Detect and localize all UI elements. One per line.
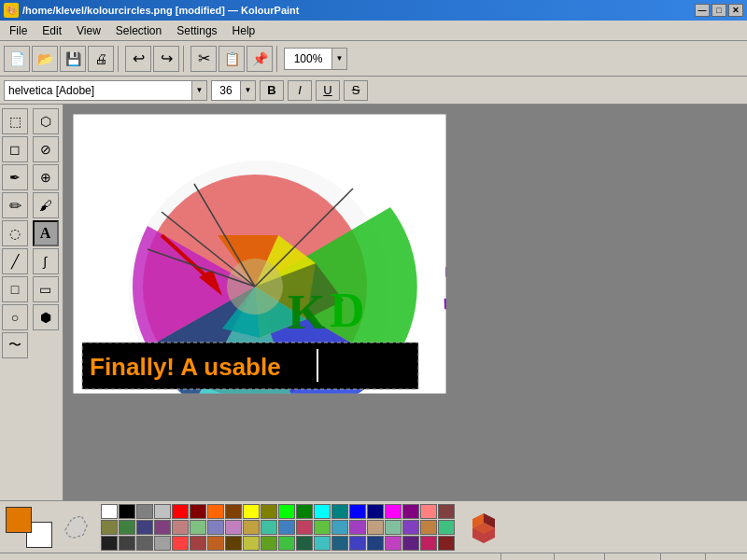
menu-view[interactable]: View [69, 22, 108, 39]
color-darkred[interactable] [190, 504, 206, 519]
print-button[interactable]: 🖨 [88, 46, 114, 72]
color-lime[interactable] [278, 504, 295, 519]
color-s39[interactable] [243, 536, 260, 551]
minimize-button[interactable]: — [695, 4, 710, 17]
color-white[interactable] [101, 504, 118, 519]
color-green[interactable] [296, 504, 313, 519]
rounded-rect-tool[interactable]: ▭ [33, 276, 59, 302]
color-s316[interactable] [367, 536, 384, 551]
color-s25[interactable] [172, 520, 189, 535]
color-blue[interactable] [349, 504, 366, 519]
redo-button[interactable]: ↪ [153, 46, 179, 72]
new-button[interactable]: 📄 [4, 46, 30, 72]
titlebar-controls[interactable]: — □ ✕ [695, 4, 743, 17]
color-s36[interactable] [190, 536, 206, 551]
color-s26[interactable] [190, 520, 206, 535]
foreground-color[interactable] [6, 507, 32, 533]
color-purple[interactable] [402, 504, 419, 519]
color-s311[interactable] [278, 536, 295, 551]
maximize-button[interactable]: □ [712, 4, 726, 17]
undo-button[interactable]: ↩ [125, 46, 151, 72]
ellipse-tool[interactable]: ○ [2, 304, 28, 330]
color-black[interactable] [119, 504, 135, 519]
magnifier-tool[interactable]: ⊕ [33, 164, 59, 190]
fill-tool[interactable]: ⊘ [33, 136, 59, 162]
color-brown[interactable] [225, 504, 242, 519]
airbrush-tool[interactable]: ◌ [2, 220, 28, 246]
pencil-tool[interactable]: ✏ [2, 192, 28, 218]
eraser-tool[interactable]: ◻ [2, 136, 28, 162]
color-s211[interactable] [278, 520, 295, 535]
color-s35[interactable] [172, 536, 189, 551]
canvas-area[interactable]: K D E 3 [63, 105, 747, 500]
open-button[interactable]: 📂 [32, 46, 58, 72]
color-s218[interactable] [402, 520, 419, 535]
color-s22[interactable] [119, 520, 135, 535]
color-s310[interactable] [261, 536, 277, 551]
color-s31[interactable] [101, 536, 118, 551]
color-s312[interactable] [296, 536, 313, 551]
cut-button[interactable]: ✂ [190, 46, 217, 72]
color-s212[interactable] [296, 520, 313, 535]
color-s34[interactable] [154, 536, 171, 551]
font-dropdown-arrow[interactable]: ▼ [191, 81, 206, 100]
color-s33[interactable] [136, 536, 153, 551]
color-s27[interactable] [207, 520, 224, 535]
close-button[interactable]: ✕ [728, 4, 743, 17]
paste-button[interactable]: 📌 [247, 46, 273, 72]
text-tool[interactable]: A [33, 220, 59, 246]
color-s320[interactable] [438, 536, 455, 551]
color-teal[interactable] [331, 504, 348, 519]
zoom-input[interactable] [285, 49, 331, 69]
zoom-dropdown-arrow[interactable]: ▼ [331, 49, 346, 69]
color-orange[interactable] [207, 504, 224, 519]
select-free-tool[interactable]: ⬡ [33, 108, 59, 134]
font-size-input[interactable] [212, 81, 240, 100]
copy-button[interactable]: 📋 [218, 46, 245, 72]
color-s24[interactable] [154, 520, 171, 535]
bold-button[interactable]: B [260, 80, 284, 101]
color-s29[interactable] [243, 520, 260, 535]
color-s317[interactable] [385, 536, 402, 551]
menu-settings[interactable]: Settings [169, 22, 224, 39]
color-s220[interactable] [438, 520, 455, 535]
color-s210[interactable] [261, 520, 277, 535]
color-s23[interactable] [136, 520, 153, 535]
color-s217[interactable] [385, 520, 402, 535]
color-s213[interactable] [314, 520, 331, 535]
color-s214[interactable] [331, 520, 348, 535]
zoom-control[interactable]: ▼ [284, 48, 347, 70]
menu-file[interactable]: File [2, 22, 35, 39]
font-name-input[interactable] [5, 81, 191, 100]
select-rect-tool[interactable]: ⬚ [2, 108, 28, 134]
color-s21[interactable] [101, 520, 118, 535]
brush-tool[interactable]: 🖌 [33, 192, 59, 218]
canvas[interactable]: K D E 3 [73, 114, 446, 394]
color-s215[interactable] [349, 520, 366, 535]
color-magenta[interactable] [385, 504, 402, 519]
freeform-tool[interactable]: 〜 [2, 332, 28, 358]
color-olive[interactable] [261, 504, 277, 519]
color-s216[interactable] [367, 520, 384, 535]
polygon-tool[interactable]: ⬢ [33, 304, 59, 330]
rect-tool[interactable]: □ [2, 276, 28, 302]
color-s37[interactable] [207, 536, 224, 551]
line-tool[interactable]: ╱ [2, 248, 28, 274]
color-s28[interactable] [225, 520, 242, 535]
curve-tool[interactable]: ∫ [33, 248, 59, 274]
underline-button[interactable]: U [316, 80, 340, 101]
color-navy[interactable] [367, 504, 384, 519]
strikethrough-button[interactable]: S [344, 80, 368, 101]
color-s319[interactable] [420, 536, 437, 551]
menu-edit[interactable]: Edit [35, 22, 69, 39]
color-s318[interactable] [402, 536, 419, 551]
save-button[interactable]: 💾 [60, 46, 86, 72]
color-picker-tool[interactable]: ✒ [2, 164, 28, 190]
size-selector[interactable]: ▼ [211, 80, 256, 101]
color-pink[interactable] [420, 504, 437, 519]
color-mauve[interactable] [438, 504, 455, 519]
color-s219[interactable] [420, 520, 437, 535]
color-yellow[interactable] [243, 504, 260, 519]
color-cyan[interactable] [314, 504, 331, 519]
color-red[interactable] [172, 504, 189, 519]
